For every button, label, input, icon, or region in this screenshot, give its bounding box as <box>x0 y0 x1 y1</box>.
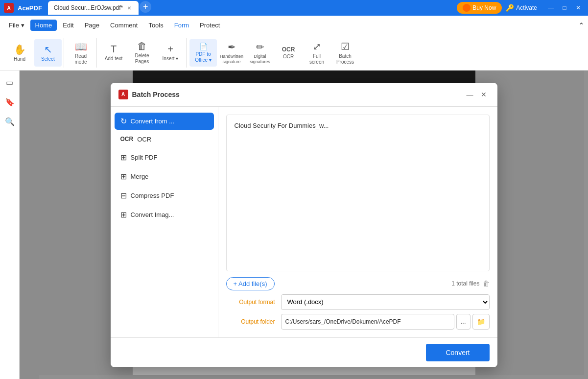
ocr-button[interactable]: OCR OCR <box>275 39 302 67</box>
delete-pages-button[interactable]: 🗑 Delete Pages <box>128 39 156 67</box>
read-icon: 📖 <box>75 41 87 52</box>
dialog-main-panel: Cloud Security For Dummies_w... + Add fi… <box>218 107 497 337</box>
digital-sig-icon: ✏ <box>256 41 264 53</box>
batch-process-dialog: A Batch Process — ✕ ↻ Convert from ... O… <box>111 83 497 367</box>
pdf-to-office-label: PDF to Office ▾ <box>191 51 215 63</box>
add-files-button[interactable]: + Add file(s) <box>226 277 275 290</box>
ocr-label: OCR <box>283 54 294 60</box>
output-folder-row: Output folder C:/Users/sars_/OneDrive/Do… <box>226 314 490 330</box>
left-sidebar: ▭ 🔖 🔍 <box>0 71 20 379</box>
pdf-to-office-button[interactable]: 📄 PDF to Office ▾ <box>189 39 217 67</box>
menu-tools[interactable]: Tools <box>143 20 168 31</box>
batch-process-icon: ☑ <box>341 41 350 52</box>
ocr-nav-icon: OCR <box>120 136 134 142</box>
dialog-close-button[interactable]: ✕ <box>478 89 490 100</box>
digital-sig-label: Digital signatures <box>248 54 272 65</box>
tool-group-read: 📖 Read mode <box>65 38 97 68</box>
hand-tool-button[interactable]: ✋ Hand <box>6 39 33 67</box>
total-files-label: 1 total files <box>451 280 479 287</box>
app-logo: A <box>4 3 14 13</box>
folder-path-display: C:/Users/sars_/OneDrive/Dokumen/AcePDF <box>281 314 454 330</box>
menu-edit[interactable]: Edit <box>58 20 78 31</box>
split-pdf-icon: ⊞ <box>120 153 127 162</box>
tab-close-icon[interactable]: ✕ <box>126 4 133 11</box>
fullscreen-icon: ⤢ <box>313 41 321 52</box>
menu-protect[interactable]: Protect <box>195 20 225 31</box>
read-mode-button[interactable]: 📖 Read mode <box>67 39 94 67</box>
menu-comment[interactable]: Comment <box>105 20 142 31</box>
dialog-nav: ↻ Convert from ... OCR OCR ⊞ Split PDF ⊞… <box>111 107 218 337</box>
active-tab[interactable]: Cloud Secur...ErOJsw.pdf* ✕ <box>48 1 139 15</box>
nav-item-compress-pdf-label: Compress PDF <box>131 192 174 199</box>
titlebar-right: Buy Now 🔑 Activate — □ ✕ <box>457 2 584 14</box>
convert-button[interactable]: Convert <box>426 344 489 361</box>
handwritten-sig-label: Handwritten signature <box>220 54 243 65</box>
output-format-select[interactable]: Word (.docx) Excel (.xlsx) PowerPoint (.… <box>281 294 490 310</box>
nav-item-merge-label: Merge <box>131 173 149 180</box>
folder-dots-button[interactable]: ... <box>456 314 470 330</box>
output-folder-label: Output folder <box>226 318 275 325</box>
menu-home[interactable]: Home <box>30 20 57 31</box>
menubar: File ▾ Home Edit Page Comment Tools Form… <box>0 16 588 35</box>
nav-item-ocr[interactable]: OCR OCR <box>115 132 214 147</box>
sidebar-pages-icon[interactable]: ▭ <box>2 74 18 90</box>
dialog-bottom: + Add file(s) 1 total files 🗑 Output for… <box>226 277 490 330</box>
nav-item-convert-image[interactable]: ⊞ Convert Imag... <box>115 206 214 223</box>
file-list: Cloud Security For Dummies_w... <box>226 115 490 271</box>
menu-page[interactable]: Page <box>80 20 104 31</box>
folder-input-group: C:/Users/sars_/OneDrive/Dokumen/AcePDF .… <box>281 314 490 330</box>
output-format-row: Output format Word (.docx) Excel (.xlsx)… <box>226 294 490 310</box>
add-tab-button[interactable]: + <box>140 1 151 13</box>
dialog-minimize-button[interactable]: — <box>464 89 476 100</box>
file-actions: + Add file(s) 1 total files 🗑 <box>226 277 490 290</box>
minimize-button[interactable]: — <box>545 2 557 14</box>
add-text-icon: T <box>111 44 117 55</box>
fullscreen-button[interactable]: ⤢ Full screen <box>303 39 330 67</box>
list-item: Cloud Security For Dummies_w... <box>231 119 485 132</box>
select-tool-button[interactable]: ↖ Select <box>34 39 62 67</box>
toolbar: ✋ Hand ↖ Select 📖 Read mode T Add text 🗑… <box>0 35 588 71</box>
buy-now-button[interactable]: Buy Now <box>457 2 502 14</box>
dialog-body: ↻ Convert from ... OCR OCR ⊞ Split PDF ⊞… <box>111 107 497 337</box>
nav-item-convert-image-label: Convert Imag... <box>131 211 174 218</box>
menu-file[interactable]: File ▾ <box>4 20 29 31</box>
output-format-label: Output format <box>226 299 275 306</box>
ocr-icon: OCR <box>282 46 295 53</box>
dialog-header: A Batch Process — ✕ <box>111 83 497 107</box>
window-controls: — □ ✕ <box>545 2 584 14</box>
nav-item-convert-from[interactable]: ↻ Convert from ... <box>115 113 214 130</box>
file-count: 1 total files 🗑 <box>451 280 489 287</box>
tool-group-edit: T Add text 🗑 Delete Pages + Insert ▾ <box>98 38 187 68</box>
nav-item-split-pdf[interactable]: ⊞ Split PDF <box>115 149 214 166</box>
dialog-footer: Convert <box>111 337 497 367</box>
insert-icon: + <box>167 44 173 55</box>
collapse-icon[interactable]: ⌃ <box>579 22 584 29</box>
add-text-label: Add text <box>105 56 123 62</box>
activate-button[interactable]: 🔑 Activate <box>506 4 537 12</box>
sidebar-search-icon[interactable]: 🔍 <box>2 114 18 129</box>
digital-sig-button[interactable]: ✏ Digital signatures <box>246 39 274 67</box>
add-text-button[interactable]: T Add text <box>100 39 127 67</box>
nav-item-compress-pdf[interactable]: ⊟ Compress PDF <box>115 187 214 204</box>
browse-folder-button[interactable]: 📁 <box>472 314 490 330</box>
close-button[interactable]: ✕ <box>572 2 584 14</box>
handwritten-sig-button[interactable]: ✒ Handwritten signature <box>218 39 245 67</box>
nav-item-split-pdf-label: Split PDF <box>131 154 158 161</box>
merge-icon: ⊞ <box>120 172 127 181</box>
modal-overlay: A Batch Process — ✕ ↻ Convert from ... O… <box>20 71 588 379</box>
sidebar-bookmarks-icon[interactable]: 🔖 <box>2 94 18 110</box>
tool-group-convert: 📄 PDF to Office ▾ ✒ Handwritten signatur… <box>188 38 361 68</box>
batch-process-button[interactable]: ☑ Batch Process <box>331 39 359 67</box>
tool-group-mode: ✋ Hand ↖ Select <box>4 38 64 68</box>
nav-item-merge[interactable]: ⊞ Merge <box>115 168 214 185</box>
insert-label: Insert ▾ <box>163 56 179 62</box>
insert-button[interactable]: + Insert ▾ <box>157 39 184 67</box>
nav-item-ocr-label: OCR <box>137 136 151 143</box>
hand-icon: ✋ <box>14 44 26 55</box>
delete-all-icon[interactable]: 🗑 <box>483 280 490 287</box>
maximize-button[interactable]: □ <box>559 2 570 14</box>
pdf-to-office-icon: 📄 <box>199 43 208 50</box>
main-content: A Batch Process — ✕ ↻ Convert from ... O… <box>20 71 588 379</box>
menu-form[interactable]: Form <box>169 20 194 31</box>
compress-pdf-icon: ⊟ <box>120 191 127 200</box>
